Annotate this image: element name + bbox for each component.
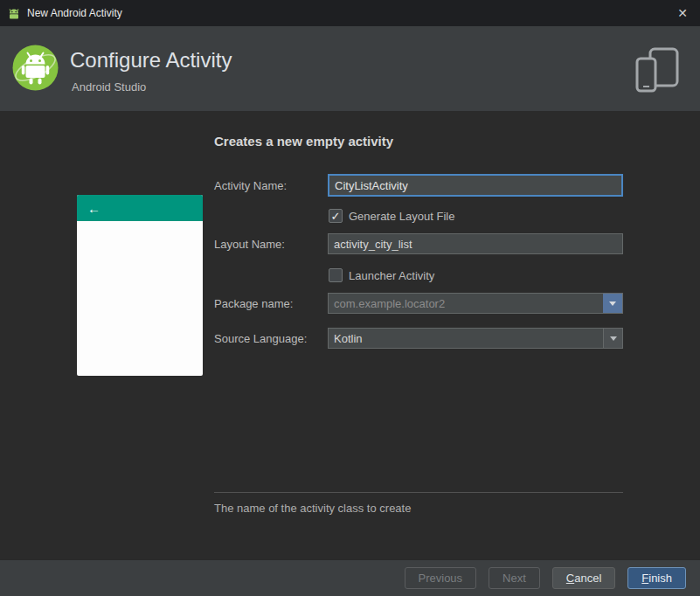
header-subtitle: Android Studio — [72, 80, 146, 94]
android-studio-logo — [11, 44, 59, 92]
button-bar: Previous Next Cancel Finish — [0, 559, 700, 596]
source-language-value: Kotlin — [329, 332, 603, 345]
source-language-label: Source Language: — [214, 332, 307, 345]
activity-preview: ← — [77, 195, 203, 376]
new-android-activity-dialog: New Android Activity ✕ Configure Activ — [0, 0, 700, 596]
cancel-button[interactable]: Cancel — [552, 567, 615, 589]
window-title: New Android Activity — [27, 7, 122, 19]
wizard-header: Configure Activity Android Studio — [0, 26, 700, 111]
launcher-activity-label: Launcher Activity — [349, 269, 434, 282]
close-icon: ✕ — [677, 6, 688, 20]
content: Creates a new empty activity ← Activity … — [0, 111, 700, 559]
package-name-combobox[interactable]: com.example.locator2 — [328, 293, 623, 314]
layout-name-input[interactable] — [328, 233, 623, 254]
close-button[interactable]: ✕ — [669, 0, 697, 26]
activity-name-label: Activity Name: — [214, 179, 287, 192]
titlebar: New Android Activity ✕ — [0, 0, 700, 26]
form-heading: Creates a new empty activity — [214, 134, 393, 149]
dropdown-arrow-icon — [610, 336, 617, 341]
package-name-dropdown-button[interactable] — [603, 294, 622, 313]
android-studio-icon — [7, 6, 21, 20]
layout-name-label: Layout Name: — [214, 238, 285, 251]
separator — [214, 492, 623, 493]
back-arrow-icon: ← — [87, 201, 100, 216]
package-name-label: Package name: — [214, 297, 293, 310]
package-name-value: com.example.locator2 — [329, 297, 603, 310]
next-button[interactable]: Next — [489, 567, 540, 589]
source-language-dropdown-button[interactable] — [603, 329, 622, 348]
dropdown-arrow-icon — [609, 301, 616, 306]
activity-name-input[interactable] — [328, 174, 623, 197]
launcher-activity-checkbox[interactable] — [329, 268, 343, 282]
devices-icon — [635, 47, 679, 95]
checkmark-icon: ✓ — [331, 211, 341, 222]
generate-layout-checkbox[interactable]: ✓ — [329, 209, 343, 223]
source-language-combobox[interactable]: Kotlin — [328, 328, 623, 349]
preview-appbar: ← — [77, 195, 203, 221]
finish-button[interactable]: Finish — [627, 567, 686, 589]
generate-layout-label: Generate Layout File — [349, 210, 454, 223]
previous-button[interactable]: Previous — [405, 567, 477, 589]
field-hint: The name of the activity class to create — [214, 502, 411, 515]
header-title: Configure Activity — [70, 48, 232, 73]
